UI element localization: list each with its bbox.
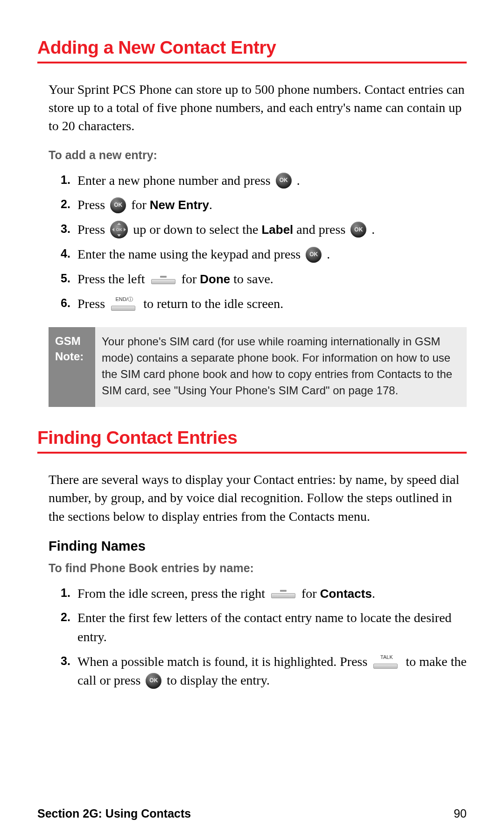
steps-add-entry: 1. Enter a new phone number and press OK… bbox=[49, 171, 467, 314]
step-1: 1. From the idle screen, press the right… bbox=[49, 584, 467, 603]
steps-find-by-name: 1. From the idle screen, press the right… bbox=[49, 584, 467, 690]
intro-paragraph-1: Your Sprint PCS Phone can store up to 50… bbox=[49, 80, 467, 135]
bold-contacts: Contacts bbox=[320, 587, 372, 601]
step-3: 3. Press OK up or down to select the Lab… bbox=[49, 220, 467, 240]
subhead-find-by-name: To find Phone Book entries by name: bbox=[49, 561, 467, 575]
step-text: Enter a new phone number and press OK . bbox=[77, 171, 467, 190]
ok-button-icon: OK bbox=[146, 673, 161, 689]
step-6: 6. Press END/ⓘ to return to the idle scr… bbox=[49, 294, 467, 314]
step-number: 2. bbox=[61, 196, 77, 212]
step-text: Press OK up or down to select the Label … bbox=[77, 220, 467, 240]
softkey-icon bbox=[271, 590, 295, 598]
navigation-button-icon: OK bbox=[110, 221, 128, 238]
step-1: 1. Enter a new phone number and press OK… bbox=[49, 171, 467, 190]
ok-button-icon: OK bbox=[306, 247, 322, 263]
heading-adding-contact: Adding a New Contact Entry bbox=[37, 37, 467, 63]
step-text: From the idle screen, press the right fo… bbox=[77, 584, 467, 603]
intro-paragraph-2: There are several ways to display your C… bbox=[49, 470, 467, 525]
step-number: 1. bbox=[61, 584, 77, 601]
step-2: 2. Enter the first few letters of the co… bbox=[49, 609, 467, 646]
ok-button-icon: OK bbox=[276, 173, 292, 189]
step-text: Enter the first few letters of the conta… bbox=[77, 609, 467, 646]
step-2: 2. Press OK for New Entry. bbox=[49, 196, 467, 215]
step-text: Press OK for New Entry. bbox=[77, 196, 467, 215]
bold-label: Label bbox=[261, 223, 293, 237]
bold-done: Done bbox=[200, 272, 230, 286]
note-label: GSM Note: bbox=[49, 327, 95, 407]
heading-finding-contacts: Finding Contact Entries bbox=[37, 427, 467, 454]
footer-page-number: 90 bbox=[454, 807, 467, 820]
step-3: 3. When a possible match is found, it is… bbox=[49, 652, 467, 690]
step-text: Enter the name using the keypad and pres… bbox=[77, 245, 467, 264]
gsm-note-box: GSM Note: Your phone's SIM card (for use… bbox=[49, 327, 467, 407]
step-number: 6. bbox=[61, 294, 77, 311]
talk-key-icon: TALK bbox=[373, 656, 399, 669]
step-5: 5. Press the left for Done to save. bbox=[49, 270, 467, 289]
step-text: When a possible match is found, it is hi… bbox=[77, 652, 467, 690]
subheading-finding-names: Finding Names bbox=[49, 539, 467, 554]
step-4: 4. Enter the name using the keypad and p… bbox=[49, 245, 467, 264]
note-body: Your phone's SIM card (for use while roa… bbox=[95, 327, 467, 407]
page-footer: Section 2G: Using Contacts 90 bbox=[37, 807, 467, 820]
step-text: Press the left for Done to save. bbox=[77, 270, 467, 289]
step-number: 5. bbox=[61, 270, 77, 287]
footer-section: Section 2G: Using Contacts bbox=[37, 807, 191, 820]
step-number: 2. bbox=[61, 609, 77, 625]
step-text: Press END/ⓘ to return to the idle screen… bbox=[77, 294, 467, 314]
bold-new-entry: New Entry bbox=[150, 198, 209, 212]
manual-page: Adding a New Contact Entry Your Sprint P… bbox=[0, 0, 504, 840]
softkey-icon bbox=[151, 276, 175, 284]
step-number: 1. bbox=[61, 171, 77, 188]
end-key-icon: END/ⓘ bbox=[111, 298, 137, 311]
subhead-add-entry: To add a new entry: bbox=[49, 148, 467, 162]
ok-button-icon: OK bbox=[350, 222, 366, 238]
step-number: 4. bbox=[61, 245, 77, 262]
step-number: 3. bbox=[61, 652, 77, 669]
ok-button-icon: OK bbox=[110, 197, 126, 213]
step-number: 3. bbox=[61, 220, 77, 237]
